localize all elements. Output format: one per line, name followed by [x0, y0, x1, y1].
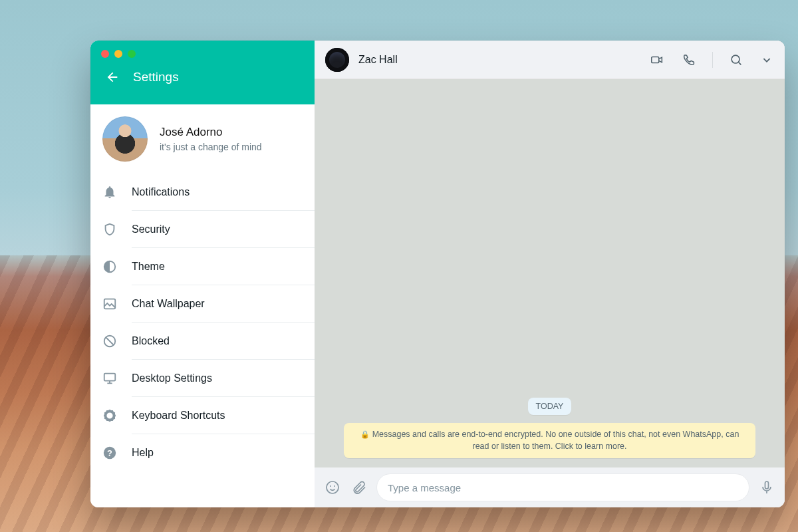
menu-label: Blocked	[132, 335, 170, 347]
menu-item-security[interactable]: Security	[102, 211, 315, 248]
profile-name: José Adorno	[160, 126, 262, 139]
profile-row[interactable]: José Adorno it's just a change of mind	[90, 104, 315, 174]
encryption-notice[interactable]: 🔒Messages and calls are end-to-end encry…	[344, 423, 755, 459]
menu-item-desktop-settings[interactable]: Desktop Settings	[102, 360, 315, 397]
contact-name[interactable]: Zac Hall	[358, 54, 398, 66]
svg-rect-3	[104, 374, 116, 381]
voice-record-button[interactable]	[758, 479, 775, 496]
attach-button[interactable]	[350, 479, 368, 496]
menu-label: Theme	[132, 261, 165, 273]
chat-panel: Zac Hall TODAY 🔒Messages and calls are e…	[315, 41, 785, 507]
lock-icon: 🔒	[360, 430, 370, 438]
svg-point-8	[327, 481, 338, 493]
header-separator	[712, 52, 713, 68]
profile-status: it's just a change of mind	[160, 142, 262, 152]
svg-point-7	[732, 55, 739, 63]
blocked-icon	[102, 334, 117, 348]
menu-label: Keyboard Shortcuts	[132, 410, 225, 422]
svg-point-9	[330, 485, 331, 487]
video-call-button[interactable]	[650, 53, 664, 67]
chat-body: TODAY 🔒Messages and calls are end-to-end…	[315, 79, 785, 467]
menu-item-notifications[interactable]: Notifications	[102, 174, 315, 211]
monitor-icon	[102, 371, 117, 386]
menu-item-theme[interactable]: Theme	[102, 248, 315, 285]
message-input-wrapper[interactable]	[377, 474, 749, 501]
menu-label: Notifications	[132, 186, 190, 198]
gear-badge-icon	[102, 408, 117, 423]
message-composer	[315, 467, 785, 507]
menu-label: Security	[132, 223, 170, 235]
contact-avatar[interactable]	[325, 48, 349, 72]
date-divider: TODAY	[528, 398, 572, 415]
menu-item-blocked[interactable]: Blocked	[102, 323, 315, 360]
settings-title: Settings	[133, 70, 179, 84]
app-window: Settings José Adorno it's just a change …	[90, 41, 785, 507]
menu-item-help[interactable]: ? Help	[102, 434, 315, 471]
help-icon: ?	[102, 446, 117, 460]
theme-icon	[102, 259, 117, 274]
settings-menu: Notifications Security Theme Chat Wallpa…	[90, 174, 315, 477]
menu-item-keyboard-shortcuts[interactable]: Keyboard Shortcuts	[102, 397, 315, 434]
message-input[interactable]	[388, 482, 738, 493]
settings-panel: Settings José Adorno it's just a change …	[90, 41, 315, 507]
menu-item-chat-wallpaper[interactable]: Chat Wallpaper	[102, 285, 315, 323]
back-button[interactable]	[105, 70, 120, 84]
svg-point-10	[334, 485, 335, 487]
svg-rect-11	[765, 481, 769, 489]
window-minimize-button[interactable]	[114, 50, 122, 58]
menu-label: Help	[132, 447, 154, 459]
chat-menu-button[interactable]	[759, 53, 774, 67]
menu-label: Chat Wallpaper	[132, 298, 205, 310]
encryption-text: Messages and calls are end-to-end encryp…	[372, 430, 739, 452]
image-icon	[102, 297, 117, 311]
window-zoom-button[interactable]	[128, 50, 136, 58]
emoji-button[interactable]	[324, 479, 341, 496]
shield-icon	[102, 222, 117, 237]
window-close-button[interactable]	[101, 50, 109, 58]
bell-icon	[102, 185, 117, 200]
voice-call-button[interactable]	[682, 53, 696, 67]
svg-text:?: ?	[107, 448, 112, 458]
macos-traffic-lights	[90, 41, 315, 58]
settings-header: Settings	[90, 41, 315, 104]
svg-rect-6	[652, 57, 659, 63]
chat-header: Zac Hall	[315, 41, 785, 79]
profile-avatar	[102, 116, 148, 162]
menu-label: Desktop Settings	[132, 372, 212, 384]
search-in-chat-button[interactable]	[729, 53, 743, 67]
